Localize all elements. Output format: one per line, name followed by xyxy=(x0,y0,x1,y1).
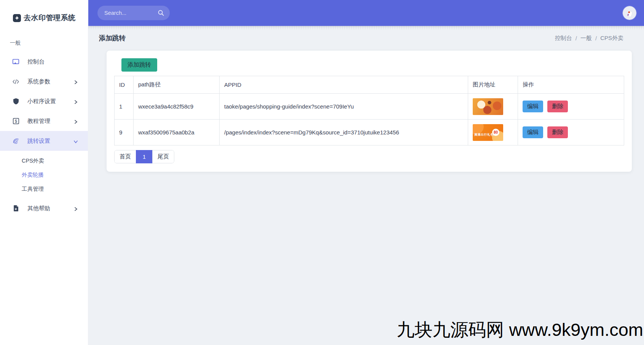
breadcrumb: 控制台 / 一般 / CPS外卖 xyxy=(555,35,623,42)
breadcrumb-item-console[interactable]: 控制台 xyxy=(555,35,572,42)
breadcrumb-item-cps-waimai[interactable]: CPS外卖 xyxy=(600,35,623,42)
column-header-actions: 操作 xyxy=(518,76,624,94)
cell-id: 9 xyxy=(115,120,134,145)
watermark-text: 九块九源码网 www.9k9ym.com xyxy=(397,318,643,342)
chevron-down-icon xyxy=(73,139,78,143)
texture-strip xyxy=(88,26,644,29)
sidebar-item-jump-settings[interactable]: 跳转设置 xyxy=(0,131,88,151)
row-thumbnail-image: 滴滴出行礼包 80 xyxy=(473,124,503,141)
content-card: 添加跳转 ID path路径 APPID 图片地址 操作 1 wxece3a9a… xyxy=(107,51,632,172)
delete-button[interactable]: 删除 xyxy=(547,101,568,112)
search-icon[interactable] xyxy=(157,9,165,17)
thumbnail-badge: 80 xyxy=(492,129,499,136)
pagination-page-1-button[interactable]: 1 xyxy=(136,150,153,163)
cell-appid: taoke/pages/shopping-guide/index?scene=7… xyxy=(220,94,468,120)
dollar-icon: $ xyxy=(12,118,19,125)
cell-image: 滴滴出行礼包 80 xyxy=(468,120,518,145)
sidebar-item-miniprogram-settings[interactable]: 小程序设置 xyxy=(0,91,88,111)
edit-button[interactable]: 编辑 xyxy=(523,101,543,112)
delete-button[interactable]: 删除 xyxy=(547,126,568,138)
sidebar-item-label: 系统参数 xyxy=(27,78,65,85)
fingerprint-icon xyxy=(12,137,19,145)
brand-logo-icon xyxy=(13,14,21,22)
breadcrumb-separator: / xyxy=(575,35,577,42)
sidebar-item-console[interactable]: 控制台 xyxy=(0,52,88,72)
chevron-right-icon xyxy=(73,119,78,123)
cell-image xyxy=(468,94,518,120)
user-avatar[interactable] xyxy=(623,6,636,20)
file-icon xyxy=(12,205,19,212)
sidebar-item-system-params[interactable]: 系统参数 xyxy=(0,72,88,91)
search-bar xyxy=(97,6,170,20)
chevron-right-icon xyxy=(73,99,78,104)
breadcrumb-item-general[interactable]: 一般 xyxy=(580,35,592,42)
svg-text:$: $ xyxy=(15,119,17,123)
column-header-appid: APPID xyxy=(220,76,468,94)
sidebar-item-other-help[interactable]: 其他帮助 xyxy=(0,198,88,218)
sidebar-item-label: 教程管理 xyxy=(27,118,65,125)
submenu-item-tool-management[interactable]: 工具管理 xyxy=(0,182,88,196)
topbar xyxy=(88,0,644,26)
chevron-right-icon xyxy=(73,206,78,211)
sidebar-item-tutorial-management[interactable]: $ 教程管理 xyxy=(0,111,88,131)
jump-settings-submenu: CPS外卖 外卖轮播 工具管理 xyxy=(0,151,88,198)
table-row: 1 wxece3a9a4c82f58c9 taoke/pages/shoppin… xyxy=(115,94,624,120)
sidebar-item-label: 跳转设置 xyxy=(27,137,65,145)
sidebar-section-label: 一般 xyxy=(0,23,88,46)
pagination-last-button[interactable]: 尾页 xyxy=(152,150,174,163)
pagination: 首页 1 尾页 xyxy=(114,150,174,163)
row-thumbnail-image xyxy=(473,98,503,115)
submenu-item-waimai-carousel[interactable]: 外卖轮播 xyxy=(0,168,88,182)
cell-path: wxaf35009675aa0b2a xyxy=(134,120,220,145)
submenu-item-cps-waimai[interactable]: CPS外卖 xyxy=(0,154,88,168)
pagination-first-button[interactable]: 首页 xyxy=(114,150,136,163)
page-title: 添加跳转 xyxy=(99,34,126,43)
table-row: 9 wxaf35009675aa0b2a /pages/index/index?… xyxy=(115,120,624,145)
cell-id: 1 xyxy=(115,94,134,120)
column-header-id: ID xyxy=(115,76,134,94)
column-header-path: path路径 xyxy=(134,76,220,94)
table-header-row: ID path路径 APPID 图片地址 操作 xyxy=(115,76,624,94)
edit-button[interactable]: 编辑 xyxy=(523,126,543,138)
brand: 去水印管理系统 xyxy=(0,0,88,23)
sidebar-item-label: 其他帮助 xyxy=(27,205,65,212)
sidebar-item-label: 小程序设置 xyxy=(27,98,65,105)
thumbnail-caption: 滴滴出行礼包 xyxy=(474,133,494,137)
sidebar-menu: 控制台 系统参数 小程序设置 xyxy=(0,52,88,218)
sidebar-item-label: 控制台 xyxy=(27,58,78,65)
monitor-icon xyxy=(12,58,19,65)
shield-icon xyxy=(12,98,19,105)
cell-path: wxece3a9a4c82f58c9 xyxy=(134,94,220,120)
breadcrumb-separator: / xyxy=(595,35,597,42)
chevron-right-icon xyxy=(73,79,78,84)
main-content: 添加跳转 控制台 / 一般 / CPS外卖 添加跳转 ID path路径 APP… xyxy=(88,26,644,345)
cell-actions: 编辑 删除 xyxy=(518,94,624,120)
cell-actions: 编辑 删除 xyxy=(518,120,624,145)
app-title: 去水印管理系统 xyxy=(24,13,76,23)
code-icon xyxy=(12,78,19,85)
cell-appid: /pages/index/index?scene=mDg79Kq&source_… xyxy=(220,120,468,145)
add-jump-button[interactable]: 添加跳转 xyxy=(121,58,157,72)
jump-table: ID path路径 APPID 图片地址 操作 1 wxece3a9a4c82f… xyxy=(114,76,624,145)
sidebar: 去水印管理系统 一般 控制台 系统参数 xyxy=(0,0,88,345)
column-header-image: 图片地址 xyxy=(468,76,518,94)
